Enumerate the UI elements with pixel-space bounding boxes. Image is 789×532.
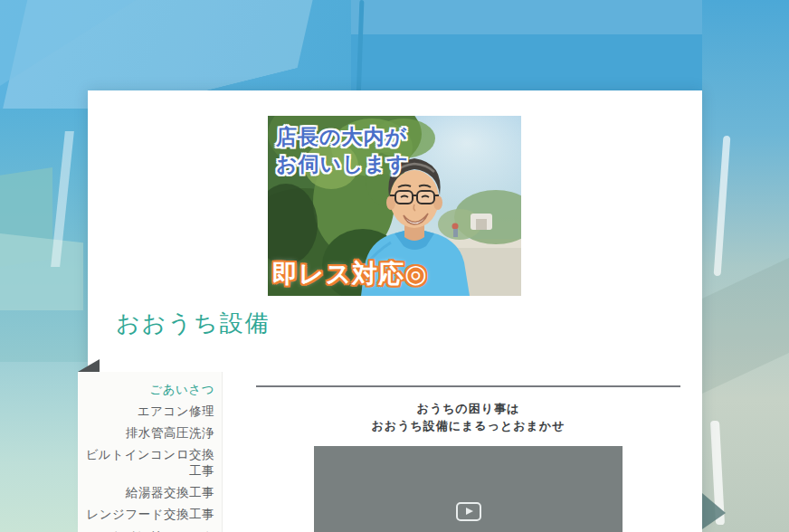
lead-line2: おおうち設備にまるっとおまかせ bbox=[256, 417, 680, 434]
site-title[interactable]: おおうち設備 bbox=[116, 308, 270, 339]
video-placeholder[interactable] bbox=[314, 446, 623, 532]
sidebar-item-aircon-repair[interactable]: エアコン修理 bbox=[81, 401, 214, 423]
bg-shape bbox=[351, 0, 713, 34]
hero-caption-line2: お伺いします bbox=[276, 150, 409, 177]
content-divider bbox=[256, 385, 680, 387]
hero-photo: 店長の大内が お伺いします 即レス対応◎ bbox=[268, 116, 521, 296]
sidebar-nav: ごあいさつ エアコン修理 排水管高圧洗浄 ビルトインコンロ交換工事 給湯器交換工… bbox=[78, 372, 223, 532]
sidebar-item-range-hood[interactable]: レンジフード交換工事 bbox=[81, 504, 214, 526]
page-card: 店長の大内が お伺いします 即レス対応◎ おおうち設備 ごあいさつ エアコン修理… bbox=[88, 90, 702, 532]
sidebar-item-builtin-stove[interactable]: ビルトインコンロ交換工事 bbox=[81, 444, 214, 482]
sidebar-item-drain-cleaning[interactable]: 排水管高圧洗浄 bbox=[81, 423, 214, 444]
lead-line1: おうちの困り事は bbox=[256, 400, 680, 417]
sidebar-item-greeting[interactable]: ごあいさつ bbox=[81, 379, 214, 401]
bg-shape bbox=[0, 362, 88, 532]
hero-caption-bottom: 即レス対応◎ bbox=[272, 257, 428, 291]
hero-caption-top: 店長の大内が お伺いします bbox=[276, 123, 409, 178]
lead-heading: おうちの困り事は おおうち設備にまるっとおまかせ bbox=[256, 400, 680, 434]
sidebar-menu: ごあいさつ エアコン修理 排水管高圧洗浄 ビルトインコンロ交換工事 給湯器交換工… bbox=[81, 379, 214, 532]
play-icon[interactable] bbox=[456, 502, 481, 521]
sidebar-item-water-heater[interactable]: 給湯器交換工事 bbox=[81, 482, 214, 504]
hero-caption-line1: 店長の大内が bbox=[276, 123, 409, 150]
sidebar-item-toilet-reform[interactable]: トイレリフォーム bbox=[81, 526, 214, 532]
play-triangle-icon bbox=[466, 508, 473, 515]
bg-shape bbox=[0, 233, 83, 310]
